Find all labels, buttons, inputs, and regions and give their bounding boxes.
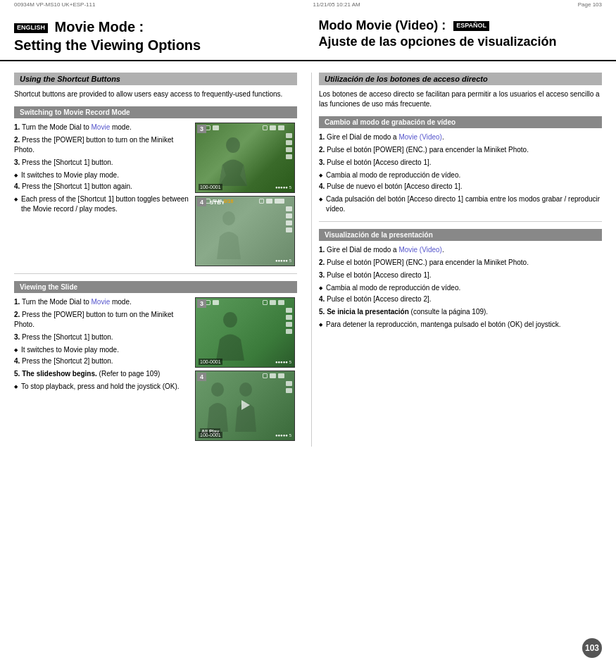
step-badge-4: 4 [197,198,206,206]
cam-icon [206,300,210,305]
right-column: Utilización de los botones de acceso dir… [311,73,602,447]
page-number: 103 [582,638,602,658]
cam-icon [286,140,292,145]
cam-icon [278,125,284,130]
cam-top-icons-4 [259,199,284,204]
cam-icon [286,228,292,232]
cam-top-icons-3b [263,300,284,305]
titles-row: ENGLISH Movie Mode : Setting the Viewing… [0,9,616,61]
play-indicator [239,399,251,413]
step-item: 2. Press the [POWER] button to turn on t… [14,135,189,155]
cam-icon [286,206,292,211]
cam-icon [286,220,292,225]
cam-top-left-icons-3b [206,300,219,305]
cam-info-3b: ●●●●● 5 [275,356,291,365]
cam-icon [270,125,276,130]
step-badge-3: 3 [197,125,206,133]
step-item: 3. Pulse el botón [Acceso directo 1]. [319,158,602,168]
section1-left-intro: Shortcut buttons are provided to allow u… [14,89,297,99]
cam-icon [213,125,219,130]
step-item: 4. Press the [Shortcut 2] button. [14,356,189,366]
subsection1-left-header: Switching to Movie Record Mode [14,106,297,118]
cam-right-icons-4 [286,206,292,232]
cam-icon [286,322,292,327]
bullet-item: Cambia al modo de reproducción de vídeo. [319,170,602,180]
cam-icon [286,147,292,152]
step-item: 5. The slideshow begins. (Refer to page … [14,369,189,379]
bullet-item: It switches to Movie play mode. [14,345,189,355]
cam-info-4b: ●●●●● 5 [275,430,291,438]
cam-top-icons-4b [263,373,284,378]
cam-icon [263,373,268,378]
svg-point-2 [223,312,237,328]
svg-point-3 [211,382,224,397]
camera-images-sec2: 100-0001 ●●●●● 5 3 [195,297,297,441]
file-page: Page 103 [578,1,602,8]
subsection1-right-header: Cambio al modo de grabación de vídeo [319,116,602,128]
step-item: 4. Press the [Shortcut 1] button again. [14,182,189,192]
camera-screen-3b: 100-0001 ●●●●● 5 [196,298,294,367]
step-badge-3b: 3 [197,299,206,308]
section1-left-header: Using the Shortcut Buttons [14,73,297,85]
cam-top-left-icons-4: SLM 0/16 [206,199,233,204]
camera-images-sec1: 100-0001 ●●●●● 5 3 [195,123,297,266]
bullet-item: Cada pulsación del botón [Acceso directo… [319,194,602,214]
step-item: 2. Pulse el botón [POWER] (ENC.) para en… [319,258,602,268]
cam-top-icons [263,125,284,130]
camera-screen: 100-0001 ●●●●● 5 [196,123,294,192]
cam-icon [263,300,268,305]
right-title-block: Modo Movie (Video) : ESPAÑOL Ajuste de l… [312,18,603,54]
cam-right-icons-3b [286,308,292,334]
step-item: 1. Turn the Mode Dial to Movie mode. [14,297,189,307]
camera-frame-3a: 100-0001 ●●●●● 5 3 [195,123,295,193]
cam-right-icons [286,133,292,159]
main-content: Using the Shortcut Buttons Shortcut butt… [0,67,616,452]
step-item: 4. Pulse el botón [Acceso directo 2]. [319,294,602,304]
cam-icon [266,199,272,204]
espanol-badge: ESPAÑOL [453,21,489,31]
cam-icon [263,125,268,130]
file-info-text: 00934M VP-MS10 UK+ESP-111 [14,1,95,8]
camera-screen-stby: STBY SLM 0/16 [196,197,294,266]
cam-icon [270,373,276,378]
bullet-item: Each press of the [Shortcut 1] button to… [14,194,189,214]
step-item: 3. Pulse el botón [Acceso directo 1]. [319,270,602,280]
camera-screen-4b: All Play [196,371,294,440]
step-item: 1. Turn the Mode Dial to Movie mode. [14,123,189,132]
left-title-block: ENGLISH Movie Mode : Setting the Viewing… [14,18,305,54]
cam-info: ●●●●● 5 [275,182,291,190]
section-divider-right [319,221,602,222]
cam-info-4: ●●●●● 5 [275,255,291,263]
left-title: ENGLISH Movie Mode : Setting the Viewing… [14,18,298,54]
bullet-item: To stop playback, press and hold the joy… [14,382,189,392]
cam-icon [286,133,292,138]
subsection1-steps-area: 1. Turn the Mode Dial to Movie mode. 2. … [14,123,297,266]
cam-icon [206,125,210,130]
section2-left-header: Viewing the Slide [14,281,297,293]
english-badge: ENGLISH [14,23,48,33]
svg-point-1 [222,211,235,225]
cam-icon [275,199,284,204]
file-info-bar: 00934M VP-MS10 UK+ESP-111 11/21/05 10:21… [0,0,616,9]
section2-left-steps: 1. Turn the Mode Dial to Movie mode. 2. … [14,297,189,441]
section1-right-intro: Los botones de acceso directo se facilit… [319,89,602,109]
cam-counter-3b: 100-0001 [199,356,222,365]
person-svg-4 [204,210,253,263]
section1-right-header: Utilización de los botones de acceso dir… [319,73,602,85]
svg-point-0 [226,137,240,153]
cam-icon [213,300,219,305]
cam-icon [286,388,292,393]
step-item: 3. Press the [Shortcut 1] button. [14,158,189,168]
cam-icon [270,300,276,305]
section2-steps-area: 1. Turn the Mode Dial to Movie mode. 2. … [14,297,297,441]
step-item: 1. Gire el Dial de modo a Movie (Video). [319,245,602,255]
cam-icon [286,381,292,386]
step-badge-4b: 4 [197,373,206,381]
bullet-item: Para detener la reproducción, mantenga p… [319,320,602,330]
step-item: 1. Gire el Dial de modo a Movie (Video). [319,132,602,142]
step-item: 5. Se inicia la presentación (consulte l… [319,307,602,317]
step-item: 3. Press the [Shortcut 1] button. [14,332,189,342]
bullet-item: Cambia al modo de reproducción de vídeo. [319,283,602,293]
right-title: Modo Movie (Video) : ESPAÑOL Ajuste de l… [319,18,603,51]
cam-counter-4b: 100-0001 [199,430,222,438]
